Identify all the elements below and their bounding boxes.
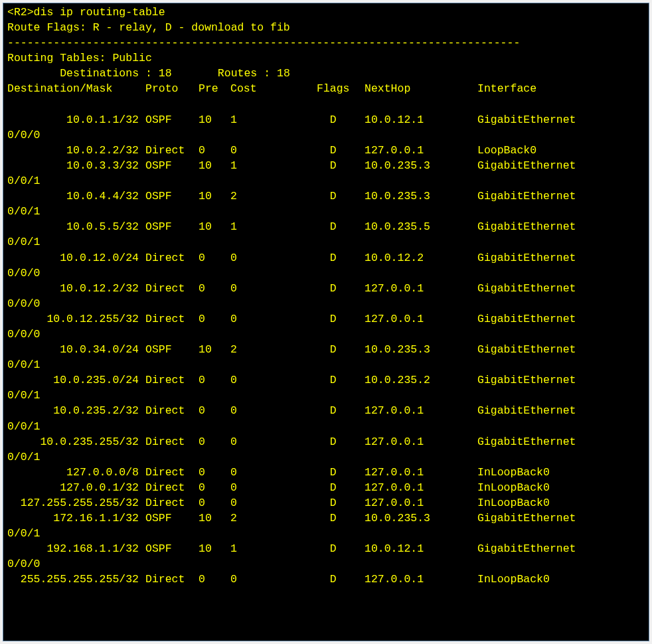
cell-destination: 127.255.255.255/32 — [7, 495, 145, 511]
route-row: 10.0.2.2/32Direct00 D127.0.0.1LoopBack0 — [7, 143, 645, 158]
cell-destination: 10.0.1.1/32 — [7, 112, 145, 127]
cell-cost: 0 — [230, 311, 317, 327]
destinations-count: Destinations : 18 — [60, 67, 171, 80]
cell-cost: 2 — [230, 511, 317, 526]
cell-cost: 0 — [230, 250, 317, 266]
route-row: 10.0.34.0/24OSPF102 D10.0.235.3GigabitEt… — [7, 342, 645, 357]
cell-nexthop: 127.0.0.1 — [365, 465, 477, 480]
cell-cost: 0 — [230, 281, 317, 296]
cell-flags: D — [317, 219, 365, 234]
cell-pre: 0 — [199, 480, 230, 495]
cell-cost: 0 — [230, 465, 317, 480]
cell-flags: D — [317, 541, 365, 556]
cell-pre: 10 — [199, 511, 230, 526]
cell-flags: D — [317, 480, 365, 495]
cell-interface: InLoopBack0 — [477, 572, 645, 587]
cell-flags: D — [317, 281, 365, 296]
cell-cost: 0 — [230, 480, 317, 495]
interface-wrap-line: 0/0/0 — [7, 556, 645, 572]
cell-flags: D — [317, 189, 365, 204]
interface-wrap-line: 0/0/0 — [7, 327, 645, 342]
route-row: 172.16.1.1/32OSPF102 D10.0.235.3GigabitE… — [7, 511, 645, 526]
cell-nexthop: 10.0.235.3 — [365, 511, 477, 526]
terminal-window[interactable]: <R2>dis ip routing-table Route Flags: R … — [3, 3, 649, 641]
interface-wrap-line: 0/0/1 — [7, 204, 645, 219]
route-row: 127.0.0.0/8Direct00 D127.0.0.1InLoopBack… — [7, 465, 645, 480]
cell-interface: GigabitEthernet — [477, 541, 645, 556]
cell-nexthop: 127.0.0.1 — [365, 480, 477, 495]
cell-proto: OSPF — [145, 112, 199, 127]
table-title: Routing Tables: Public — [7, 52, 152, 64]
cell-cost: 1 — [230, 158, 317, 173]
cell-flags: D — [317, 372, 365, 388]
cell-nexthop: 10.0.235.3 — [365, 158, 477, 173]
cell-interface: GigabitEthernet — [477, 158, 645, 173]
cell-proto: OSPF — [145, 541, 199, 556]
cell-interface: InLoopBack0 — [477, 465, 645, 480]
cell-flags: D — [317, 250, 365, 266]
cell-destination: 10.0.12.0/24 — [7, 250, 145, 266]
cell-nexthop: 10.0.12.2 — [365, 250, 477, 266]
route-row: 192.168.1.1/32OSPF101 D10.0.12.1GigabitE… — [7, 541, 645, 556]
cell-flags: D — [317, 511, 365, 526]
cell-proto: Direct — [145, 311, 199, 327]
separator-line: ----------------------------------------… — [7, 37, 520, 49]
header-row: Destination/MaskProtoPreCostFlagsNextHop… — [7, 81, 645, 96]
cell-nexthop: 10.0.235.3 — [365, 189, 477, 204]
route-row: 10.0.12.0/24Direct00 D10.0.12.2GigabitEt… — [7, 250, 645, 266]
cell-destination: 10.0.5.5/32 — [7, 219, 145, 234]
cell-interface: GigabitEthernet — [477, 311, 645, 327]
route-row: 10.0.235.2/32Direct00 D127.0.0.1GigabitE… — [7, 403, 645, 418]
cell-proto: OSPF — [145, 511, 199, 526]
route-row: 127.0.0.1/32Direct00 D127.0.0.1InLoopBac… — [7, 480, 645, 495]
route-row: 10.0.4.4/32OSPF102 D10.0.235.3GigabitEth… — [7, 189, 645, 204]
cell-cost: 0 — [230, 143, 317, 158]
cell-interface: InLoopBack0 — [477, 495, 645, 511]
command-text: dis ip routing-table — [34, 6, 165, 19]
interface-wrap-line: 0/0/0 — [7, 296, 645, 311]
route-row: 127.255.255.255/32Direct00 D127.0.0.1InL… — [7, 495, 645, 511]
cell-proto: Direct — [145, 281, 199, 296]
cell-cost: 0 — [230, 434, 317, 449]
route-row: 10.0.235.0/24Direct00 D10.0.235.2Gigabit… — [7, 372, 645, 388]
cell-destination: 10.0.12.2/32 — [7, 281, 145, 296]
cell-proto: Direct — [145, 465, 199, 480]
cell-destination: 10.0.34.0/24 — [7, 342, 145, 357]
interface-wrap-line: 0/0/1 — [7, 173, 645, 189]
col-proto: Proto — [145, 81, 199, 96]
cell-interface: GigabitEthernet — [477, 511, 645, 526]
cell-cost: 0 — [230, 403, 317, 418]
cell-nexthop: 127.0.0.1 — [365, 495, 477, 511]
cell-pre: 0 — [199, 495, 230, 511]
cell-interface: GigabitEthernet — [477, 112, 645, 127]
cell-cost: 2 — [230, 189, 317, 204]
cell-destination: 10.0.235.0/24 — [7, 372, 145, 388]
routing-table-body: 10.0.1.1/32OSPF101 D10.0.12.1GigabitEthe… — [7, 112, 645, 588]
prompt: <R2> — [7, 6, 34, 19]
cell-destination: 255.255.255.255/32 — [7, 572, 145, 587]
col-flags: Flags — [317, 81, 365, 96]
cell-destination: 10.0.2.2/32 — [7, 143, 145, 158]
cell-nexthop: 127.0.0.1 — [365, 572, 477, 587]
cell-pre: 0 — [199, 311, 230, 327]
cell-pre: 10 — [199, 342, 230, 357]
cell-nexthop: 10.0.235.2 — [365, 372, 477, 388]
cell-cost: 0 — [230, 572, 317, 587]
cell-proto: Direct — [145, 372, 199, 388]
cell-proto: Direct — [145, 572, 199, 587]
cell-proto: Direct — [145, 250, 199, 266]
interface-wrap-line: 0/0/1 — [7, 357, 645, 372]
cell-pre: 0 — [199, 281, 230, 296]
col-pre: Pre — [199, 81, 230, 96]
cell-flags: D — [317, 465, 365, 480]
cell-cost: 2 — [230, 342, 317, 357]
cell-proto: Direct — [145, 403, 199, 418]
cell-pre: 0 — [199, 465, 230, 480]
cell-cost: 1 — [230, 219, 317, 234]
col-nexthop: NextHop — [365, 81, 477, 96]
cell-nexthop: 10.0.235.5 — [365, 219, 477, 234]
cell-interface: GigabitEthernet — [477, 250, 645, 266]
cell-flags: D — [317, 572, 365, 587]
route-row: 10.0.12.2/32Direct00 D127.0.0.1GigabitEt… — [7, 281, 645, 296]
cell-nexthop: 127.0.0.1 — [365, 311, 477, 327]
